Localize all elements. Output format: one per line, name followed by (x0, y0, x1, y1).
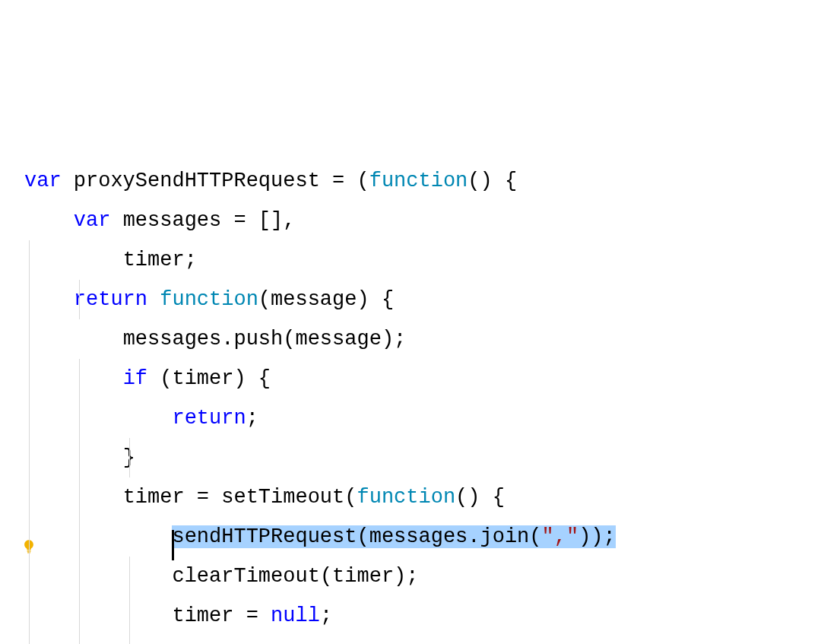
code-line[interactable]: messages = []; (14, 636, 616, 644)
code-line[interactable]: messages.push(message); (14, 319, 616, 359)
token-pn (110, 209, 122, 232)
token-fn: function (160, 288, 258, 311)
indent-guide (129, 636, 130, 644)
token-kw: return (172, 407, 246, 430)
token-pn: ( (320, 565, 332, 588)
token-pn: ( (283, 328, 295, 351)
indent-guide (29, 477, 30, 517)
indent-guide (79, 517, 80, 557)
indent-guide (29, 319, 30, 359)
token-pn (221, 209, 233, 232)
indent-guide (79, 438, 80, 477)
indent-space (24, 525, 172, 548)
token-pn: = (246, 604, 258, 627)
token-pn: . (221, 328, 233, 351)
token-pn (493, 170, 505, 192)
indent-guide (29, 280, 30, 319)
code-line[interactable]: return function(message) { (14, 280, 616, 319)
token-pn: ( (258, 288, 271, 311)
token-fn: function (357, 486, 455, 509)
indent-guide (29, 517, 30, 557)
token-pn (258, 604, 271, 627)
token-id: timer (172, 367, 233, 390)
indent-guide (129, 438, 130, 477)
code-line[interactable]: timer = null; (14, 596, 616, 636)
token-pn: { (493, 486, 505, 509)
editor-gutter (0, 161, 14, 644)
indent-space (24, 328, 123, 351)
indent-space (24, 486, 123, 509)
token-pn: ( (357, 525, 369, 548)
indent-space (24, 209, 74, 232)
token-id: message (271, 288, 357, 311)
token-pn: ( (160, 367, 172, 390)
indent-guide (79, 398, 80, 438)
indent-guide (129, 596, 130, 636)
code-line[interactable]: } (14, 438, 616, 477)
token-pn (320, 170, 332, 192)
token-pn: )); (579, 525, 616, 548)
token-id: sendHTTPRequest (172, 525, 357, 548)
token-kw: var (74, 209, 111, 232)
indent-guide (29, 636, 30, 644)
token-pn: ); (394, 565, 418, 588)
indent-guide (29, 359, 30, 398)
token-pn: () (455, 486, 480, 509)
token-kw: return (74, 288, 147, 311)
code-line[interactable]: timer; (14, 240, 616, 280)
indent-space (24, 407, 172, 430)
token-pn (246, 209, 258, 232)
token-pn: ) (357, 288, 369, 311)
code-line[interactable]: var proxySendHTTPRequest = (function() { (14, 161, 616, 201)
token-pn: { (382, 288, 394, 311)
token-pn: ( (357, 170, 369, 192)
token-id: proxySendHTTPRequest (74, 170, 320, 192)
indent-guide (129, 557, 130, 596)
code-line[interactable]: var messages = [], (14, 201, 616, 240)
indent-space (24, 288, 74, 311)
indent-guide (79, 557, 80, 596)
token-pn (233, 604, 246, 627)
token-pn: ); (382, 328, 406, 351)
code-line[interactable]: sendHTTPRequest(messages.join(",")); (14, 517, 616, 557)
token-id: timer (123, 249, 185, 271)
indent-guide (29, 240, 30, 280)
token-pn (62, 170, 74, 192)
indent-guide (29, 557, 30, 596)
indent-guide (79, 596, 80, 636)
token-pn: = (233, 209, 246, 232)
indent-guide (29, 398, 30, 438)
token-pn (147, 367, 160, 390)
indent-guide (79, 636, 80, 644)
token-id: push (233, 328, 283, 351)
indent-space (24, 565, 172, 588)
indent-space (24, 446, 123, 469)
token-pn (209, 486, 221, 509)
token-fn: function (369, 170, 468, 192)
selection: sendHTTPRequest(messages.join(",")); (172, 525, 615, 548)
token-pn (246, 367, 258, 390)
token-pn: ; (246, 407, 258, 430)
token-pn: ( (529, 525, 541, 548)
code-editor[interactable]: var proxySendHTTPRequest = (function() {… (0, 161, 821, 644)
indent-guide (79, 477, 80, 517)
indent-guide (79, 280, 80, 319)
code-area[interactable]: var proxySendHTTPRequest = (function() {… (14, 161, 616, 644)
token-pn (344, 170, 357, 192)
token-pn (147, 288, 160, 311)
code-line[interactable]: clearTimeout(timer); (14, 557, 616, 596)
token-pn (185, 486, 197, 509)
token-pn: [], (258, 209, 296, 232)
indent-space (24, 249, 123, 271)
code-line[interactable]: if (timer) { (14, 359, 616, 398)
token-kw: if (123, 367, 147, 390)
indent-guide (79, 359, 80, 398)
token-id: messages (123, 209, 222, 232)
code-line[interactable]: return; (14, 398, 616, 438)
token-id: timer (332, 565, 394, 588)
token-id: timer (172, 604, 233, 627)
code-line[interactable]: timer = setTimeout(function() { (14, 477, 616, 517)
token-id: message (295, 328, 381, 351)
text-caret (172, 530, 174, 560)
token-pn: () (468, 170, 492, 192)
